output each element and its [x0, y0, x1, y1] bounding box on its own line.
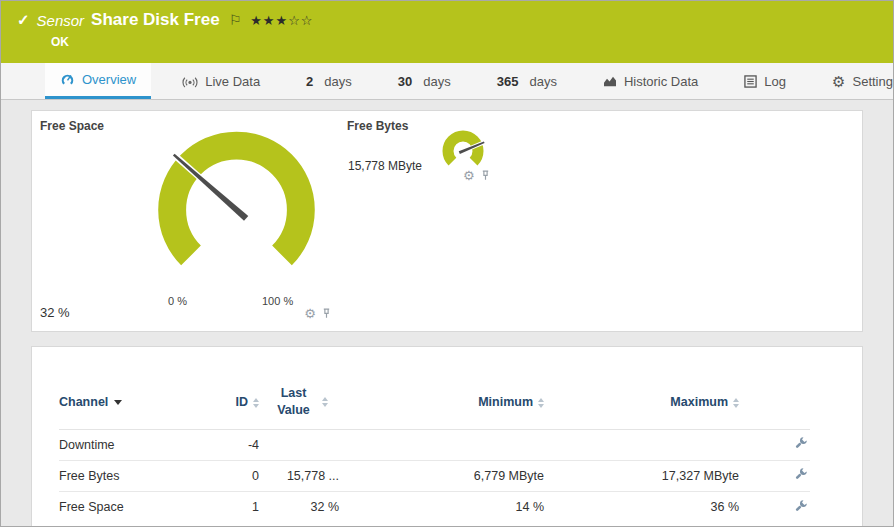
gauge-gear-icon[interactable]: ⚙	[304, 307, 316, 320]
sensor-name: Share Disk Free	[91, 10, 220, 30]
col-header-channel[interactable]: Channel	[59, 381, 209, 429]
tab-label: days	[529, 74, 556, 89]
tab-label: Live Data	[205, 74, 260, 89]
channel-row: Free Space 1 32 % 14 % 36 %	[59, 491, 810, 522]
cell-last-value: 15,778 ...	[259, 460, 339, 491]
tab-label: Historic Data	[624, 74, 698, 89]
gauge-current-value: 32 %	[40, 305, 70, 320]
tab-number: 30	[398, 74, 412, 89]
cell-minimum: 6,779 MByte	[339, 460, 544, 491]
priority-stars[interactable]: ★★★☆☆	[250, 13, 313, 28]
gauge-tile-actions: ⚙	[304, 307, 331, 320]
channels-panel: Channel ID Last Value Minimum Maximum	[31, 346, 863, 527]
channel-settings-wrench-icon[interactable]	[794, 499, 808, 513]
channel-table-header-row: Channel ID Last Value Minimum Maximum	[59, 381, 810, 429]
col-header-label: Channel	[59, 395, 108, 409]
overview-gauge-icon	[60, 72, 75, 87]
channel-table: Channel ID Last Value Minimum Maximum	[59, 381, 810, 522]
tab-overview[interactable]: Overview	[45, 63, 151, 99]
cell-minimum: 14 %	[339, 491, 544, 522]
sort-icon	[538, 398, 544, 408]
col-header-label: Last Value	[271, 385, 317, 419]
gauges-panel: Free Space 0 % 100 % 32 % ⚙	[31, 110, 863, 332]
tab-label: Log	[764, 74, 786, 89]
tab-number: 365	[497, 74, 519, 89]
tab-2-days[interactable]: 2 days	[291, 63, 367, 99]
flag-icon[interactable]: ⚐	[229, 12, 242, 28]
overview-content: Free Space 0 % 100 % 32 % ⚙	[1, 101, 893, 526]
status-badge: OK	[1, 30, 893, 49]
cell-channel: Downtime	[59, 429, 209, 460]
cell-channel: Free Space	[59, 491, 209, 522]
gauge-gear-icon[interactable]: ⚙	[463, 169, 475, 182]
cell-last-value: 32 %	[259, 491, 339, 522]
tab-number: 2	[306, 74, 313, 89]
col-header-actions	[739, 381, 810, 429]
gauge-scale-max: 100 %	[262, 295, 293, 307]
tab-30-days[interactable]: 30 days	[383, 63, 466, 99]
col-header-minimum[interactable]: Minimum	[339, 381, 544, 429]
cell-actions	[739, 460, 810, 491]
channel-table-body: Downtime -4 Free Bytes 0	[59, 429, 810, 522]
tab-label: days	[324, 74, 351, 89]
tab-live-data[interactable]: Live Data	[167, 63, 275, 99]
col-header-label: Maximum	[670, 395, 728, 409]
sensor-header: ✓ Sensor Share Disk Free ⚐ ★★★☆☆ OK	[1, 1, 893, 63]
cell-id: 1	[209, 491, 259, 522]
tab-bar: Overview Live Data 2 days 30 days 365 da…	[1, 63, 893, 100]
sort-icon	[253, 398, 259, 408]
channel-row: Free Bytes 0 15,778 ... 6,779 MByte 17,3…	[59, 460, 810, 491]
cell-maximum: 17,327 MByte	[544, 460, 739, 491]
channel-row: Downtime -4	[59, 429, 810, 460]
cell-id: 0	[209, 460, 259, 491]
free-bytes-gauge-tile: Free Bytes 15,778 MByte ⚙	[347, 119, 537, 325]
gauge-scale-min: 0 %	[168, 295, 187, 307]
gauge-tile-actions: ⚙	[463, 169, 490, 182]
cell-actions	[739, 429, 810, 460]
status-check-icon: ✓	[17, 11, 30, 29]
sort-desc-icon	[114, 400, 122, 405]
free-space-gauge	[129, 122, 344, 285]
cell-maximum: 36 %	[544, 491, 739, 522]
chart-icon	[603, 75, 617, 87]
tab-log[interactable]: Log	[729, 63, 801, 99]
cell-last-value	[259, 429, 339, 460]
cell-actions	[739, 491, 810, 522]
log-icon	[744, 75, 757, 88]
channel-settings-wrench-icon[interactable]	[794, 436, 808, 450]
object-kind-label: Sensor	[37, 12, 85, 29]
cell-id: -4	[209, 429, 259, 460]
settings-gear-icon: ⚙	[832, 74, 845, 89]
channel-settings-wrench-icon[interactable]	[794, 467, 808, 481]
free-space-gauge-tile: Free Space 0 % 100 % 32 % ⚙	[40, 119, 335, 325]
tab-365-days[interactable]: 365 days	[482, 63, 572, 99]
cell-minimum	[339, 429, 544, 460]
tab-label: days	[423, 74, 450, 89]
pin-icon[interactable]	[322, 308, 331, 319]
col-header-label: Minimum	[478, 395, 533, 409]
cell-channel: Free Bytes	[59, 460, 209, 491]
col-header-last-value[interactable]: Last Value	[259, 381, 339, 429]
col-header-maximum[interactable]: Maximum	[544, 381, 739, 429]
tab-label: Overview	[82, 72, 136, 87]
sensor-window: ✓ Sensor Share Disk Free ⚐ ★★★☆☆ OK Over…	[0, 0, 894, 527]
tab-settings[interactable]: ⚙ Settings	[817, 63, 894, 99]
cell-maximum	[544, 429, 739, 460]
sort-icon	[322, 397, 328, 407]
sort-icon	[733, 398, 739, 408]
tab-label: Settings	[853, 74, 894, 89]
pin-icon[interactable]	[481, 170, 490, 181]
col-header-id[interactable]: ID	[209, 381, 259, 429]
sensor-title-row: ✓ Sensor Share Disk Free ⚐ ★★★☆☆	[1, 1, 893, 30]
gauge-current-value: 15,778 MByte	[348, 159, 422, 173]
col-header-label: ID	[236, 395, 249, 409]
broadcast-icon	[182, 75, 198, 88]
tab-historic-data[interactable]: Historic Data	[588, 63, 713, 99]
